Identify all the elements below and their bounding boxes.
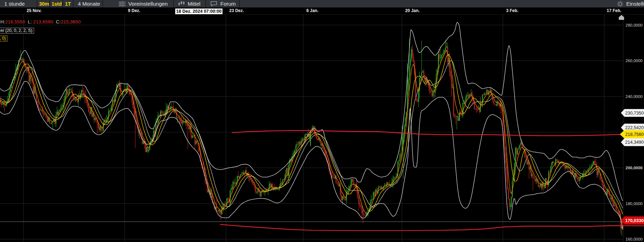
svg-text:200,0000: 200,0000	[626, 166, 643, 170]
svg-text:170,0330: 170,0330	[625, 218, 644, 223]
svg-text:218,7560: 218,7560	[625, 132, 644, 137]
svg-text:230,7350: 230,7350	[625, 111, 644, 116]
svg-text:260,0000: 260,0000	[626, 59, 643, 63]
svg-text:180,0000: 180,0000	[626, 202, 643, 206]
svg-text:214,3490: 214,3490	[625, 140, 644, 145]
svg-text:240,0000: 240,0000	[626, 94, 643, 99]
svg-text:280,0000: 280,0000	[626, 23, 643, 27]
svg-text:222,5420: 222,5420	[625, 125, 644, 130]
svg-text:160,0000: 160,0000	[626, 237, 643, 241]
